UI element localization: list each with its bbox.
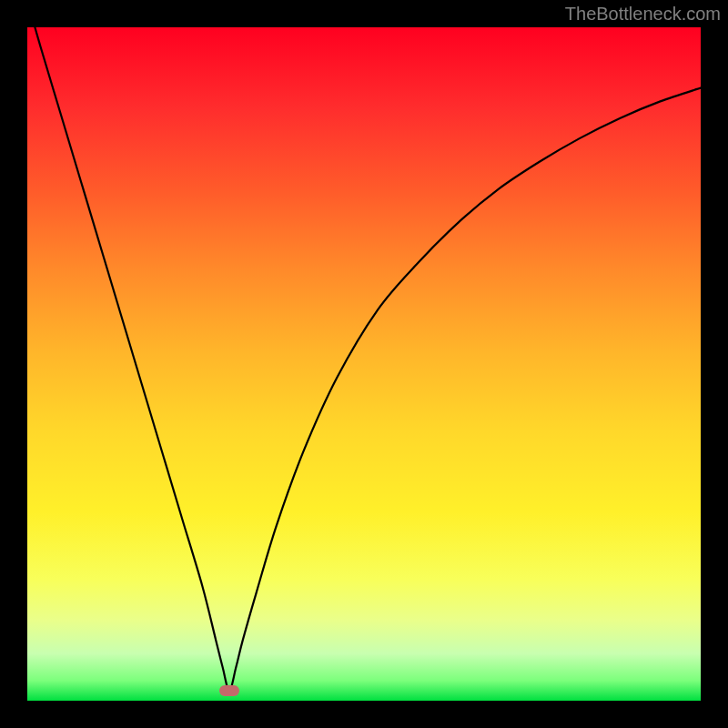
bottleneck-curve: [27, 27, 701, 691]
min-marker: [219, 685, 239, 696]
curve-layer: [27, 27, 701, 701]
plot-area: [27, 27, 701, 701]
watermark-label: TheBottleneck.com: [565, 4, 721, 25]
chart-frame: TheBottleneck.com: [0, 0, 728, 728]
